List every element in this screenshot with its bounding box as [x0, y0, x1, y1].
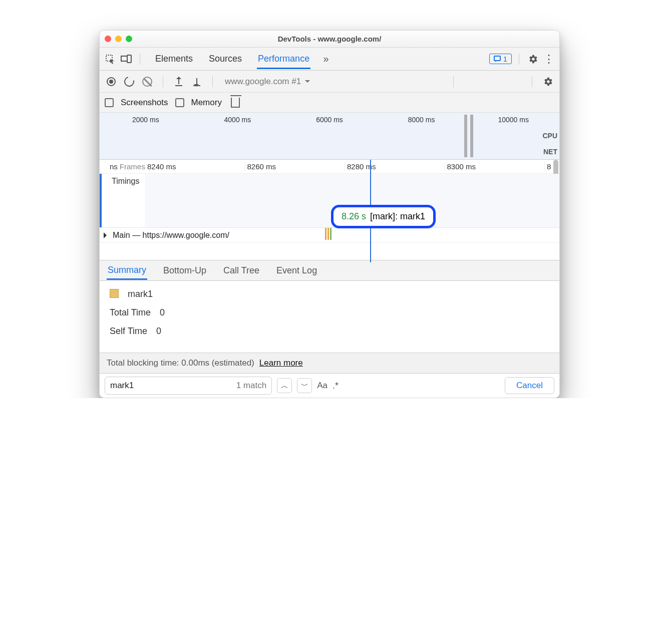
devtools-window: DevTools - www.google.com/ Elements Sour… — [99, 30, 560, 398]
separator — [532, 76, 532, 87]
tab-elements[interactable]: Elements — [154, 49, 194, 69]
separator — [212, 76, 213, 87]
separator — [140, 54, 140, 65]
overview-selection-handle[interactable] — [470, 115, 473, 157]
self-time-row: Self Time 0 — [110, 326, 549, 337]
tab-event-log[interactable]: Event Log — [275, 261, 318, 280]
download-button[interactable] — [190, 75, 203, 88]
total-time-row: Total Time 0 — [110, 307, 549, 318]
learn-more-link[interactable]: Learn more — [259, 358, 303, 368]
total-time-label: Total Time — [110, 307, 151, 318]
panel-tabs: Elements Sources Performance » 1 ⋮ — [100, 48, 559, 71]
mark-time: 8.26 s — [342, 211, 366, 222]
tick: 4000 ms — [192, 116, 284, 124]
window-title: DevTools - www.google.com/ — [100, 35, 559, 43]
search-match-count: 1 match — [236, 381, 266, 391]
options-toolbar: Screenshots Memory — [100, 93, 559, 113]
clear-button[interactable] — [141, 75, 154, 88]
inspect-icon[interactable] — [104, 53, 117, 66]
flame-chart[interactable]: ns Frames 8240 ms 8260 ms 8280 ms 8300 m… — [100, 160, 559, 260]
regex-toggle[interactable]: .* — [333, 381, 339, 391]
tick: 6000 ms — [283, 116, 376, 124]
svg-rect-3 — [494, 56, 500, 61]
memory-label: Memory — [191, 98, 222, 108]
overview-timeline[interactable]: 2000 ms 4000 ms 6000 ms 8000 ms 10000 ms… — [100, 113, 559, 160]
recording-name: www.google.com #1 — [225, 77, 301, 87]
separator — [163, 76, 163, 87]
tick: 10000 ms — [467, 116, 559, 124]
timings-track[interactable]: Timings — [100, 174, 559, 228]
svg-rect-2 — [127, 55, 131, 63]
reload-button[interactable] — [123, 75, 136, 88]
chat-icon — [494, 56, 501, 63]
screenshots-checkbox[interactable] — [105, 98, 114, 107]
mark-tooltip: 8.26 s [mark]: mark1 — [331, 205, 436, 228]
cpu-label: CPU — [542, 132, 557, 140]
issues-badge[interactable]: 1 — [489, 54, 512, 64]
frames-label: Frames — [120, 162, 145, 171]
tab-summary[interactable]: Summary — [107, 261, 147, 280]
more-tabs-icon[interactable]: » — [319, 53, 333, 66]
search-query: mark1 — [110, 381, 236, 391]
separator — [453, 76, 454, 87]
expand-icon[interactable] — [104, 232, 110, 238]
overview-ticks: 2000 ms 4000 ms 6000 ms 8000 ms 10000 ms — [100, 116, 559, 124]
self-time-value: 0 — [156, 326, 161, 337]
main-activity-bars — [325, 228, 332, 240]
cancel-button[interactable]: Cancel — [505, 377, 554, 394]
net-label: NET — [543, 148, 557, 156]
screenshots-label: Screenshots — [121, 98, 168, 108]
blocking-text: Total blocking time: 0.00ms (estimated) — [107, 358, 254, 368]
caret-down-icon — [305, 80, 310, 85]
search-input-box[interactable]: mark1 1 match — [105, 377, 272, 395]
main-label: Main — https://www.google.com/ — [113, 231, 229, 240]
summary-panel: mark1 Total Time 0 Self Time 0 — [100, 281, 559, 353]
issues-count: 1 — [503, 55, 507, 63]
event-color-swatch — [110, 289, 119, 298]
recording-select[interactable]: www.google.com #1 — [222, 77, 444, 87]
tab-performance[interactable]: Performance — [257, 49, 310, 69]
blocking-time-bar: Total blocking time: 0.00ms (estimated) … — [100, 353, 559, 374]
tick: 8000 ms — [376, 116, 468, 124]
event-name: mark1 — [128, 289, 153, 299]
self-time-label: Self Time — [110, 326, 147, 337]
tick: 8280 ms — [345, 162, 445, 171]
ms-stub: ns — [110, 162, 118, 171]
total-time-value: 0 — [160, 307, 165, 318]
titlebar: DevTools - www.google.com/ — [100, 31, 559, 48]
flame-ruler: ns Frames 8240 ms 8260 ms 8280 ms 8300 m… — [100, 160, 559, 174]
tab-bottom-up[interactable]: Bottom-Up — [162, 261, 207, 280]
timings-label: Timings — [100, 174, 145, 227]
upload-button[interactable] — [172, 75, 185, 88]
trash-icon[interactable] — [229, 96, 242, 109]
capture-settings-icon[interactable] — [541, 75, 554, 88]
settings-icon[interactable] — [526, 53, 539, 66]
match-case-toggle[interactable]: Aa — [317, 381, 327, 391]
memory-checkbox[interactable] — [175, 98, 184, 107]
kebab-icon[interactable]: ⋮ — [542, 53, 555, 66]
separator — [519, 54, 519, 65]
tab-sources[interactable]: Sources — [208, 49, 243, 69]
tick: 8260 ms — [245, 162, 345, 171]
detail-tabs: Summary Bottom-Up Call Tree Event Log — [100, 260, 559, 281]
tick: 8240 ms — [145, 162, 245, 171]
perf-toolbar: www.google.com #1 — [100, 71, 559, 93]
record-button[interactable] — [105, 75, 118, 88]
tick: 8300 ms — [445, 162, 545, 171]
search-bar: mark1 1 match ︿ ﹀ Aa .* Cancel — [100, 374, 559, 398]
next-match-button[interactable]: ﹀ — [297, 378, 312, 393]
prev-match-button[interactable]: ︿ — [277, 378, 292, 393]
overview-selection-handle[interactable] — [464, 115, 467, 157]
device-icon[interactable] — [120, 53, 133, 66]
tick: 2000 ms — [100, 116, 192, 124]
summary-name-row: mark1 — [110, 289, 549, 299]
mark-text: [mark]: mark1 — [370, 211, 425, 222]
tab-call-tree[interactable]: Call Tree — [222, 261, 260, 280]
